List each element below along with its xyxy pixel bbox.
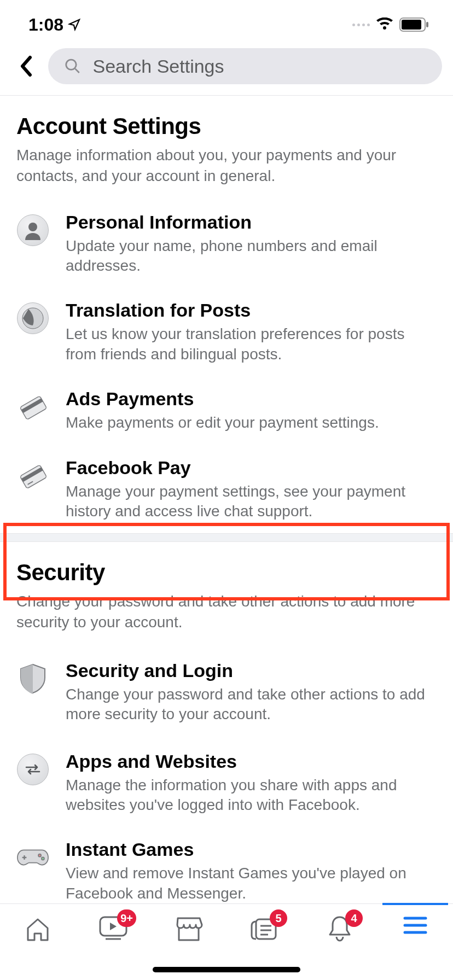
item-security-login[interactable]: Security and Login Change your password … — [16, 646, 437, 739]
wifi-icon — [375, 18, 394, 32]
item-desc: Manage your payment settings, see your p… — [66, 482, 437, 522]
account-items: Personal Information Update your name, p… — [0, 200, 453, 534]
svg-rect-2 — [426, 22, 428, 27]
item-translation[interactable]: Translation for Posts Let us know your t… — [16, 288, 437, 376]
header — [0, 44, 453, 95]
gamepad-icon — [16, 841, 49, 874]
status-right — [352, 18, 429, 32]
item-title: Apps and Websites — [66, 751, 437, 772]
svg-rect-9 — [20, 465, 47, 489]
nav-menu[interactable] — [388, 915, 443, 936]
active-tab-indicator — [382, 903, 448, 905]
svg-point-14 — [38, 854, 41, 857]
home-icon — [24, 915, 52, 943]
item-title: Facebook Pay — [66, 457, 437, 479]
swap-icon — [16, 753, 49, 786]
item-body: Apps and Websites Manage the information… — [66, 751, 437, 815]
item-body: Ads Payments Make payments or edit your … — [66, 388, 437, 433]
person-icon — [16, 214, 49, 247]
section-title: Account Settings — [16, 113, 437, 139]
item-apps-websites[interactable]: Apps and Websites Manage the information… — [16, 739, 437, 827]
section-desc: Manage information about you, your payme… — [16, 145, 437, 186]
section-security: Security Change your password and take o… — [0, 542, 453, 646]
notif-badge: 4 — [345, 909, 363, 927]
search-icon — [65, 57, 81, 75]
item-desc: Update your name, phone numbers and emai… — [66, 236, 437, 276]
item-body: Personal Information Update your name, p… — [66, 212, 437, 276]
item-body: Translation for Posts Let us know your t… — [66, 300, 437, 364]
item-desc: Change your password and take other acti… — [66, 685, 437, 725]
svg-point-5 — [28, 223, 37, 231]
status-time: 1:08 — [28, 15, 81, 35]
item-title: Translation for Posts — [66, 300, 437, 321]
section-divider — [0, 533, 453, 542]
item-desc: View and remove Instant Games you've pla… — [66, 864, 437, 903]
item-personal-info[interactable]: Personal Information Update your name, p… — [16, 200, 437, 288]
item-title: Instant Games — [66, 839, 437, 860]
card-icon — [16, 459, 49, 492]
svg-rect-1 — [402, 20, 421, 30]
location-icon — [68, 18, 81, 31]
nav-news[interactable]: 5 — [237, 915, 292, 941]
item-body: Security and Login Change your password … — [66, 660, 437, 725]
item-instant-games[interactable]: Instant Games View and remove Instant Ga… — [16, 827, 437, 915]
cellular-dots-icon — [352, 24, 370, 26]
store-icon — [175, 915, 203, 942]
watch-badge: 9+ — [117, 909, 136, 927]
chevron-left-icon — [19, 55, 33, 77]
back-button[interactable] — [15, 55, 37, 77]
globe-icon — [16, 302, 49, 335]
nav-watch[interactable]: 9+ — [86, 915, 141, 940]
svg-point-15 — [42, 858, 44, 860]
battery-icon — [399, 18, 429, 32]
card-icon — [16, 390, 49, 423]
item-ads-payments[interactable]: Ads Payments Make payments or edit your … — [16, 376, 437, 445]
time-text: 1:08 — [28, 15, 63, 35]
nav-home[interactable] — [10, 915, 65, 943]
svg-point-3 — [66, 60, 76, 69]
svg-line-4 — [75, 69, 79, 73]
shield-icon — [16, 662, 49, 695]
search-input[interactable] — [93, 56, 426, 77]
search-bar[interactable] — [48, 48, 442, 84]
section-desc: Change your password and take other acti… — [16, 591, 437, 633]
nav-marketplace[interactable] — [161, 915, 216, 942]
item-desc: Let us know your translation preferences… — [66, 324, 437, 364]
item-title: Ads Payments — [66, 388, 437, 410]
item-desc: Make payments or edit your payment setti… — [66, 413, 437, 433]
item-desc: Manage the information you share with ap… — [66, 775, 437, 815]
item-facebook-pay[interactable]: Facebook Pay Manage your payment setting… — [16, 445, 437, 534]
status-bar: 1:08 — [0, 0, 453, 44]
svg-rect-7 — [20, 396, 47, 420]
nav-notifications[interactable]: 4 — [312, 915, 367, 943]
home-indicator — [153, 967, 300, 972]
news-badge: 5 — [270, 909, 287, 927]
item-body: Instant Games View and remove Instant Ga… — [66, 839, 437, 903]
item-title: Personal Information — [66, 212, 437, 233]
section-account-settings: Account Settings Manage information abou… — [0, 96, 453, 200]
section-title: Security — [16, 559, 437, 586]
item-body: Facebook Pay Manage your payment setting… — [66, 457, 437, 522]
item-title: Security and Login — [66, 660, 437, 681]
menu-icon — [403, 915, 428, 936]
